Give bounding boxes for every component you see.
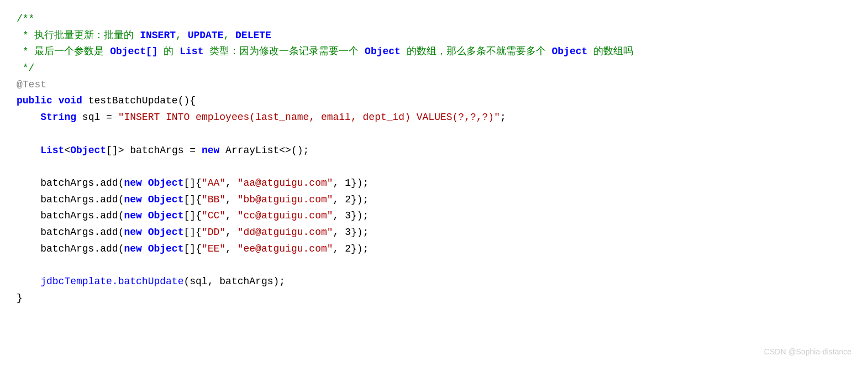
code-line-12: batchArgs.add(new Object[]{"BB", "bb@atg… (17, 192, 851, 208)
code-line-16 (17, 257, 851, 274)
code-line-6: public void testBatchUpdate(){ (17, 93, 851, 109)
code-line-7: String sql = "INSERT INTO employees(last… (17, 109, 851, 126)
code-line-10 (17, 159, 851, 175)
code-line-14: batchArgs.add(new Object[]{"DD", "dd@atg… (17, 224, 851, 241)
code-line-2: * 执行批量更新：批量的 INSERT, UPDATE, DELETE (17, 28, 851, 44)
code-line-5: @Test (17, 77, 851, 93)
code-line-4: */ (17, 60, 851, 77)
watermark: CSDN @Sophia-distance (764, 346, 851, 358)
code-line-18: } (17, 290, 851, 307)
code-line-13: batchArgs.add(new Object[]{"CC", "cc@atg… (17, 208, 851, 224)
code-line-9: List<Object[]> batchArgs = new ArrayList… (17, 143, 851, 159)
code-line-1: /** (17, 11, 851, 28)
code-line-3: * 最后一个参数是 Object[] 的 List 类型：因为修改一条记录需要一… (17, 44, 851, 60)
code-container: /** * 执行批量更新：批量的 INSERT, UPDATE, DELETE … (0, 0, 868, 366)
code-line-15: batchArgs.add(new Object[]{"EE", "ee@atg… (17, 241, 851, 258)
code-line-8 (17, 126, 851, 143)
code-line-17: jdbcTemplate.batchUpdate(sql, batchArgs)… (17, 274, 851, 290)
code-line-11: batchArgs.add(new Object[]{"AA", "aa@atg… (17, 175, 851, 192)
